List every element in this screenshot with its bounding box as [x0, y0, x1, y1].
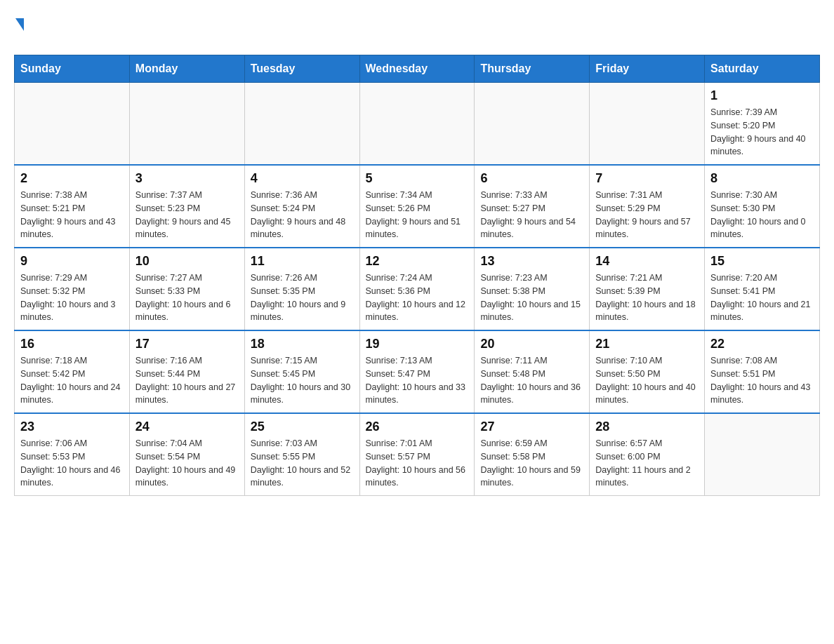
day-number: 11 — [251, 254, 354, 269]
calendar-day-cell: 22Sunrise: 7:08 AMSunset: 5:51 PMDayligh… — [705, 330, 820, 413]
day-info: Sunrise: 7:34 AMSunset: 5:26 PMDaylight:… — [366, 189, 469, 241]
day-number: 18 — [251, 337, 354, 351]
calendar-day-cell: 14Sunrise: 7:21 AMSunset: 5:39 PMDayligh… — [590, 248, 705, 330]
calendar-day-cell: 18Sunrise: 7:15 AMSunset: 5:45 PMDayligh… — [244, 330, 359, 413]
day-number: 1 — [710, 88, 814, 103]
day-info: Sunrise: 7:20 AMSunset: 5:41 PMDaylight:… — [710, 271, 814, 324]
calendar-table: SundayMondayTuesdayWednesdayThursdayFrid… — [14, 55, 820, 496]
calendar-day-cell: 15Sunrise: 7:20 AMSunset: 5:41 PMDayligh… — [705, 248, 820, 330]
day-info: Sunrise: 6:59 AMSunset: 5:58 PMDaylight:… — [480, 437, 583, 490]
day-info: Sunrise: 7:36 AMSunset: 5:24 PMDaylight:… — [251, 189, 354, 241]
day-number: 21 — [595, 337, 699, 351]
calendar-header-row: SundayMondayTuesdayWednesdayThursdayFrid… — [15, 55, 820, 83]
calendar-day-cell: 19Sunrise: 7:13 AMSunset: 5:47 PMDayligh… — [359, 330, 475, 413]
calendar-header-monday: Monday — [129, 55, 244, 83]
day-number: 13 — [480, 254, 583, 269]
day-number: 12 — [366, 254, 469, 269]
day-number: 20 — [480, 337, 583, 351]
calendar-day-cell: 12Sunrise: 7:24 AMSunset: 5:36 PMDayligh… — [359, 248, 475, 330]
day-number: 24 — [135, 420, 239, 434]
day-info: Sunrise: 7:30 AMSunset: 5:30 PMDaylight:… — [710, 189, 814, 241]
day-number: 14 — [595, 254, 699, 269]
day-info: Sunrise: 7:18 AMSunset: 5:42 PMDaylight:… — [20, 354, 124, 407]
day-number: 10 — [135, 254, 239, 269]
day-info: Sunrise: 7:04 AMSunset: 5:54 PMDaylight:… — [135, 437, 239, 490]
logo — [14, 21, 24, 34]
calendar-day-cell: 8Sunrise: 7:30 AMSunset: 5:30 PMDaylight… — [705, 165, 820, 248]
day-number: 28 — [595, 420, 699, 434]
calendar-day-cell: 16Sunrise: 7:18 AMSunset: 5:42 PMDayligh… — [15, 330, 130, 413]
day-number: 22 — [710, 337, 814, 351]
day-number: 25 — [251, 420, 354, 434]
calendar-day-cell — [244, 83, 359, 166]
calendar-header-wednesday: Wednesday — [359, 55, 475, 83]
calendar-week-row: 9Sunrise: 7:29 AMSunset: 5:32 PMDaylight… — [15, 248, 820, 330]
day-number: 2 — [20, 171, 124, 186]
day-number: 8 — [710, 171, 814, 186]
calendar-day-cell — [129, 83, 244, 166]
calendar-day-cell: 13Sunrise: 7:23 AMSunset: 5:38 PMDayligh… — [475, 248, 590, 330]
calendar-day-cell — [359, 83, 475, 166]
calendar-week-row: 2Sunrise: 7:38 AMSunset: 5:21 PMDaylight… — [15, 165, 820, 248]
calendar-day-cell: 10Sunrise: 7:27 AMSunset: 5:33 PMDayligh… — [129, 248, 244, 330]
calendar-day-cell: 21Sunrise: 7:10 AMSunset: 5:50 PMDayligh… — [590, 330, 705, 413]
calendar-day-cell: 11Sunrise: 7:26 AMSunset: 5:35 PMDayligh… — [244, 248, 359, 330]
day-info: Sunrise: 7:16 AMSunset: 5:44 PMDaylight:… — [135, 354, 239, 407]
day-number: 19 — [366, 337, 469, 351]
page-header — [14, 14, 820, 41]
day-number: 5 — [366, 171, 469, 186]
calendar-day-cell: 23Sunrise: 7:06 AMSunset: 5:53 PMDayligh… — [15, 413, 130, 496]
calendar-day-cell: 25Sunrise: 7:03 AMSunset: 5:55 PMDayligh… — [244, 413, 359, 496]
day-info: Sunrise: 7:31 AMSunset: 5:29 PMDaylight:… — [595, 189, 699, 241]
calendar-header-tuesday: Tuesday — [244, 55, 359, 83]
day-info: Sunrise: 7:23 AMSunset: 5:38 PMDaylight:… — [480, 271, 583, 324]
day-info: Sunrise: 7:11 AMSunset: 5:48 PMDaylight:… — [480, 354, 583, 407]
day-info: Sunrise: 7:06 AMSunset: 5:53 PMDaylight:… — [20, 437, 124, 490]
calendar-day-cell: 27Sunrise: 6:59 AMSunset: 5:58 PMDayligh… — [475, 413, 590, 496]
calendar-day-cell — [705, 413, 820, 496]
calendar-header-friday: Friday — [590, 55, 705, 83]
calendar-day-cell — [475, 83, 590, 166]
calendar-week-row: 23Sunrise: 7:06 AMSunset: 5:53 PMDayligh… — [15, 413, 820, 496]
day-info: Sunrise: 7:21 AMSunset: 5:39 PMDaylight:… — [595, 271, 699, 324]
calendar-header-sunday: Sunday — [15, 55, 130, 83]
calendar-day-cell: 1Sunrise: 7:39 AMSunset: 5:20 PMDaylight… — [705, 83, 820, 166]
calendar-week-row: 1Sunrise: 7:39 AMSunset: 5:20 PMDaylight… — [15, 83, 820, 166]
day-number: 6 — [480, 171, 583, 186]
day-number: 17 — [135, 337, 239, 351]
day-info: Sunrise: 7:24 AMSunset: 5:36 PMDaylight:… — [366, 271, 469, 324]
calendar-day-cell: 24Sunrise: 7:04 AMSunset: 5:54 PMDayligh… — [129, 413, 244, 496]
day-number: 15 — [710, 254, 814, 269]
calendar-day-cell: 17Sunrise: 7:16 AMSunset: 5:44 PMDayligh… — [129, 330, 244, 413]
day-info: Sunrise: 7:33 AMSunset: 5:27 PMDaylight:… — [480, 189, 583, 241]
day-info: Sunrise: 7:03 AMSunset: 5:55 PMDaylight:… — [251, 437, 354, 490]
day-number: 26 — [366, 420, 469, 434]
day-number: 4 — [251, 171, 354, 186]
calendar-day-cell: 20Sunrise: 7:11 AMSunset: 5:48 PMDayligh… — [475, 330, 590, 413]
day-info: Sunrise: 7:26 AMSunset: 5:35 PMDaylight:… — [251, 271, 354, 324]
day-number: 16 — [20, 337, 124, 351]
calendar-day-cell: 3Sunrise: 7:37 AMSunset: 5:23 PMDaylight… — [129, 165, 244, 248]
day-info: Sunrise: 7:10 AMSunset: 5:50 PMDaylight:… — [595, 354, 699, 407]
calendar-day-cell: 2Sunrise: 7:38 AMSunset: 5:21 PMDaylight… — [15, 165, 130, 248]
calendar-day-cell: 7Sunrise: 7:31 AMSunset: 5:29 PMDaylight… — [590, 165, 705, 248]
logo-arrow-icon — [15, 18, 24, 31]
day-info: Sunrise: 7:29 AMSunset: 5:32 PMDaylight:… — [20, 271, 124, 324]
calendar-header-thursday: Thursday — [475, 55, 590, 83]
day-info: Sunrise: 7:37 AMSunset: 5:23 PMDaylight:… — [135, 189, 239, 241]
calendar-day-cell: 4Sunrise: 7:36 AMSunset: 5:24 PMDaylight… — [244, 165, 359, 248]
day-info: Sunrise: 7:08 AMSunset: 5:51 PMDaylight:… — [710, 354, 814, 407]
day-info: Sunrise: 6:57 AMSunset: 6:00 PMDaylight:… — [595, 437, 699, 490]
calendar-week-row: 16Sunrise: 7:18 AMSunset: 5:42 PMDayligh… — [15, 330, 820, 413]
calendar-header-saturday: Saturday — [705, 55, 820, 83]
day-info: Sunrise: 7:27 AMSunset: 5:33 PMDaylight:… — [135, 271, 239, 324]
calendar-day-cell: 26Sunrise: 7:01 AMSunset: 5:57 PMDayligh… — [359, 413, 475, 496]
day-number: 3 — [135, 171, 239, 186]
calendar-day-cell: 6Sunrise: 7:33 AMSunset: 5:27 PMDaylight… — [475, 165, 590, 248]
calendar-day-cell: 5Sunrise: 7:34 AMSunset: 5:26 PMDaylight… — [359, 165, 475, 248]
day-info: Sunrise: 7:01 AMSunset: 5:57 PMDaylight:… — [366, 437, 469, 490]
day-number: 23 — [20, 420, 124, 434]
day-info: Sunrise: 7:13 AMSunset: 5:47 PMDaylight:… — [366, 354, 469, 407]
day-number: 7 — [595, 171, 699, 186]
calendar-day-cell: 9Sunrise: 7:29 AMSunset: 5:32 PMDaylight… — [15, 248, 130, 330]
